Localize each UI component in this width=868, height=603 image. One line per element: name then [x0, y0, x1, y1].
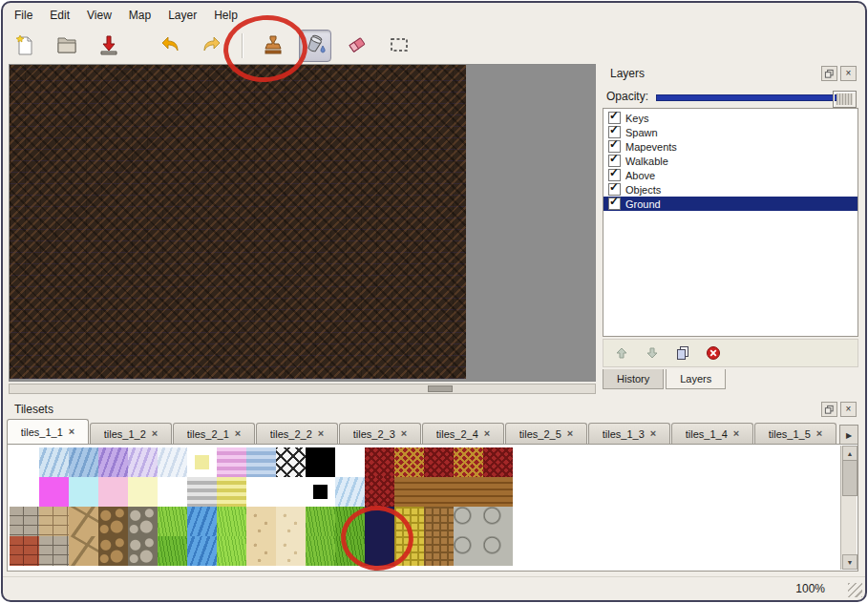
tile-r4-c11[interactable]	[306, 536, 335, 566]
tile-r1-c3[interactable]	[69, 447, 98, 477]
float-panel-icon[interactable]	[821, 66, 837, 81]
new-map-button[interactable]	[9, 30, 41, 62]
select-tool-button[interactable]	[383, 30, 415, 62]
tileset-tab-tiles_1_4[interactable]: tiles_1_4×	[671, 423, 753, 444]
tile-r1-c2[interactable]	[39, 447, 69, 477]
tileset-tab-tiles_2_4[interactable]: tiles_2_4×	[422, 423, 504, 444]
tile-r4-c2[interactable]	[39, 536, 69, 566]
tile-r3-c3[interactable]	[69, 507, 98, 536]
tile-r2-c9[interactable]	[246, 477, 276, 507]
map-horizontal-scrollbar[interactable]	[9, 384, 596, 394]
duplicate-layer-button[interactable]	[674, 344, 691, 362]
stamp-tool-button[interactable]	[257, 30, 289, 62]
tile-r4-c4[interactable]	[98, 536, 128, 566]
layer-row-objects[interactable]: ✓Objects	[603, 182, 857, 197]
tile-r4-c14[interactable]	[394, 536, 424, 566]
tab-close-icon[interactable]: ×	[318, 428, 324, 439]
tile-r2-c13[interactable]	[365, 477, 394, 507]
menu-file[interactable]: File	[7, 6, 40, 25]
hscroll-thumb[interactable]	[428, 385, 453, 392]
tile-r3-c12[interactable]	[335, 507, 365, 536]
tileset-tab-tiles_2_3[interactable]: tiles_2_3×	[339, 423, 421, 444]
palette-vertical-scrollbar[interactable]: ▲ ▼	[840, 446, 857, 570]
tile-r2-c17[interactable]	[483, 477, 513, 507]
tab-close-icon[interactable]: ×	[152, 428, 158, 439]
tile-r2-c7[interactable]	[187, 477, 217, 507]
tile-r1-c6[interactable]	[158, 447, 187, 477]
map-tile-layer[interactable]	[10, 65, 466, 379]
float-panel-icon[interactable]	[821, 402, 837, 417]
layer-row-ground[interactable]: ✓Ground	[603, 197, 857, 211]
tile-r3-c11[interactable]	[306, 507, 335, 536]
tile-r3-c5[interactable]	[128, 507, 158, 536]
tile-r3-c7[interactable]	[187, 507, 217, 536]
menu-help[interactable]: Help	[206, 6, 245, 25]
tile-r4-c16[interactable]	[454, 536, 483, 566]
tab-close-icon[interactable]: ×	[69, 426, 74, 437]
tile-r1-c9[interactable]	[246, 447, 276, 477]
panel-tab-history[interactable]: History	[603, 369, 664, 389]
save-map-button[interactable]	[93, 30, 125, 62]
tile-r1-c17[interactable]	[483, 447, 513, 477]
tab-close-icon[interactable]: ×	[733, 428, 739, 439]
layer-row-spawn[interactable]: ✓Spawn	[603, 125, 857, 139]
tile-r2-c5[interactable]	[128, 477, 158, 507]
tile-r4-c10[interactable]	[276, 536, 306, 566]
tile-r2-c11[interactable]	[306, 477, 335, 507]
tile-r3-c17[interactable]	[483, 507, 513, 536]
scroll-down-icon[interactable]: ▼	[842, 554, 857, 570]
tileset-tab-tiles_2_5[interactable]: tiles_2_5×	[505, 423, 587, 444]
tile-r4-c6[interactable]	[158, 536, 187, 566]
redo-button[interactable]	[196, 30, 228, 62]
lower-layer-button[interactable]	[644, 344, 661, 362]
layer-row-mapevents[interactable]: ✓Mapevents	[603, 139, 857, 154]
map-canvas[interactable]	[9, 64, 596, 382]
tile-r2-c2[interactable]	[39, 477, 69, 507]
tileset-tab-tiles_1_1[interactable]: tiles_1_1×	[7, 419, 89, 444]
vscroll-thumb[interactable]	[842, 460, 857, 496]
tile-r4-c3[interactable]	[69, 536, 98, 566]
tile-r2-c6[interactable]	[158, 477, 187, 507]
tile-r2-c8[interactable]	[217, 477, 246, 507]
tile-r3-c2[interactable]	[39, 507, 69, 536]
tile-r2-c12[interactable]	[335, 477, 365, 507]
tileset-tab-tiles_1_2[interactable]: tiles_1_2×	[90, 423, 172, 444]
layer-row-walkable[interactable]: ✓Walkable	[603, 154, 857, 168]
tile-r3-c10[interactable]	[276, 507, 306, 536]
tile-r1-c8[interactable]	[217, 447, 246, 477]
tile-r1-c1[interactable]	[10, 447, 39, 477]
raise-layer-button[interactable]	[613, 344, 630, 362]
tab-close-icon[interactable]: ×	[484, 428, 490, 439]
tile-r1-c14[interactable]	[394, 447, 424, 477]
tile-r4-c9[interactable]	[246, 536, 276, 566]
tile-r2-c15[interactable]	[424, 477, 454, 507]
menu-view[interactable]: View	[79, 6, 119, 25]
tileset-tab-tiles_1_5[interactable]: tiles_1_5×	[754, 423, 836, 444]
tile-r1-c15[interactable]	[424, 447, 454, 477]
tile-r4-c17[interactable]	[483, 536, 513, 566]
tile-r2-c1[interactable]	[10, 477, 39, 507]
tile-r3-c16[interactable]	[454, 507, 483, 536]
panel-tab-layers[interactable]: Layers	[666, 369, 726, 389]
tab-close-icon[interactable]: ×	[235, 428, 241, 439]
menu-map[interactable]: Map	[121, 6, 159, 25]
tile-r1-c11[interactable]	[306, 447, 335, 477]
opacity-slider-track[interactable]	[656, 94, 839, 101]
tab-close-icon[interactable]: ×	[401, 428, 407, 439]
tile-r3-c14[interactable]	[394, 507, 424, 536]
delete-layer-button[interactable]	[705, 344, 722, 362]
tile-r4-c15[interactable]	[424, 536, 454, 566]
tile-r2-c3[interactable]	[69, 477, 98, 507]
scroll-up-icon[interactable]: ▲	[842, 446, 857, 461]
opacity-slider-handle[interactable]	[833, 91, 857, 108]
tile-r1-c12[interactable]	[335, 447, 365, 477]
tile-r2-c10[interactable]	[276, 477, 306, 507]
tile-r1-c4[interactable]	[98, 447, 128, 477]
tile-r3-c15[interactable]	[424, 507, 454, 536]
tab-close-icon[interactable]: ×	[567, 428, 573, 439]
tile-r3-c1[interactable]	[10, 507, 39, 536]
tab-scroll-right-button[interactable]: ▶	[839, 425, 858, 446]
tile-r1-c7[interactable]	[187, 447, 217, 477]
menu-edit[interactable]: Edit	[42, 6, 77, 25]
tile-r4-c12[interactable]	[335, 536, 365, 566]
